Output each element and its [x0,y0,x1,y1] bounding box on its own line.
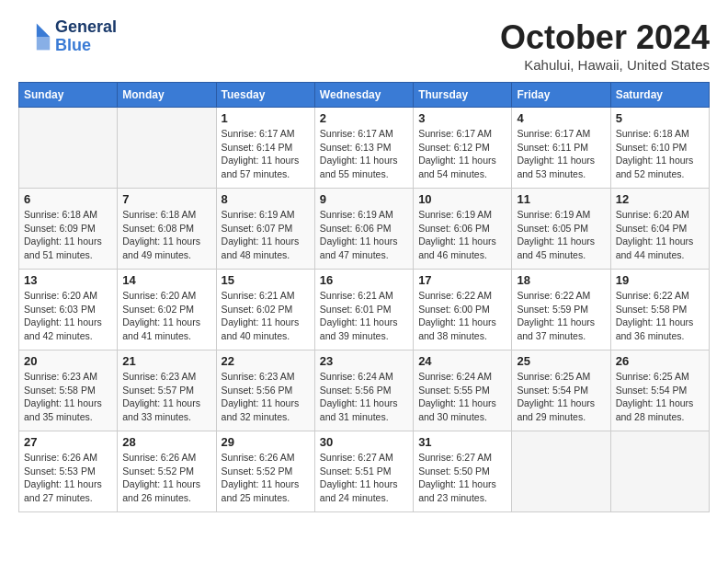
day-number: 26 [616,354,704,368]
day-number: 22 [222,354,310,368]
calendar-cell: 18Sunrise: 6:22 AM Sunset: 5:59 PM Dayli… [512,270,610,350]
day-number: 8 [222,192,310,206]
day-number: 29 [222,435,310,449]
calendar-cell: 24Sunrise: 6:24 AM Sunset: 5:55 PM Dayli… [414,350,512,431]
calendar-cell: 3Sunrise: 6:17 AM Sunset: 6:12 PM Daylig… [414,108,512,189]
day-number: 9 [320,192,408,206]
day-number: 5 [616,111,704,125]
day-number: 10 [418,192,506,206]
cell-info: Sunrise: 6:19 AM Sunset: 6:05 PM Dayligh… [517,208,605,262]
cell-info: Sunrise: 6:21 AM Sunset: 6:01 PM Dayligh… [320,289,408,343]
cell-info: Sunrise: 6:19 AM Sunset: 6:07 PM Dayligh… [222,208,310,262]
day-number: 3 [418,111,506,125]
cell-info: Sunrise: 6:23 AM Sunset: 5:56 PM Dayligh… [222,370,310,424]
calendar-cell: 27Sunrise: 6:26 AM Sunset: 5:53 PM Dayli… [19,431,118,512]
calendar-cell: 29Sunrise: 6:26 AM Sunset: 5:52 PM Dayli… [216,431,314,512]
cell-info: Sunrise: 6:27 AM Sunset: 5:50 PM Dayligh… [418,451,506,505]
day-number: 24 [418,354,506,368]
day-number: 30 [320,435,408,449]
cell-info: Sunrise: 6:26 AM Sunset: 5:52 PM Dayligh… [222,451,310,505]
day-header-wednesday: Wednesday [314,83,413,108]
calendar-cell [19,108,118,189]
cell-info: Sunrise: 6:17 AM Sunset: 6:13 PM Dayligh… [320,127,408,181]
header: General Blue October 2024 Kahului, Hawai… [18,18,710,73]
day-number: 27 [24,435,112,449]
day-number: 13 [24,273,112,287]
calendar-cell [610,431,709,512]
header-row: SundayMondayTuesdayWednesdayThursdayFrid… [19,83,710,108]
day-number: 14 [122,273,210,287]
location-title: Kahului, Hawaii, United States [500,57,710,73]
day-number: 21 [122,354,210,368]
month-title: October 2024 [500,18,710,57]
calendar-cell: 17Sunrise: 6:22 AM Sunset: 6:00 PM Dayli… [414,270,512,350]
cell-info: Sunrise: 6:21 AM Sunset: 6:02 PM Dayligh… [222,289,310,343]
calendar-cell: 20Sunrise: 6:23 AM Sunset: 5:58 PM Dayli… [19,350,118,431]
calendar-cell: 15Sunrise: 6:21 AM Sunset: 6:02 PM Dayli… [216,270,314,350]
calendar-cell: 5Sunrise: 6:18 AM Sunset: 6:10 PM Daylig… [610,108,709,189]
day-number: 12 [616,192,704,206]
cell-info: Sunrise: 6:22 AM Sunset: 5:58 PM Dayligh… [616,289,704,343]
week-row-4: 20Sunrise: 6:23 AM Sunset: 5:58 PM Dayli… [19,350,710,431]
day-header-sunday: Sunday [19,83,118,108]
day-number: 17 [418,273,506,287]
calendar-cell: 16Sunrise: 6:21 AM Sunset: 6:01 PM Dayli… [314,270,413,350]
svg-marker-0 [37,23,50,36]
cell-info: Sunrise: 6:18 AM Sunset: 6:08 PM Dayligh… [122,208,210,262]
cell-info: Sunrise: 6:17 AM Sunset: 6:14 PM Dayligh… [222,127,310,181]
calendar-cell [512,431,610,512]
cell-info: Sunrise: 6:19 AM Sunset: 6:06 PM Dayligh… [320,208,408,262]
day-number: 25 [517,354,605,368]
svg-marker-1 [37,37,50,50]
logo-text-blue: Blue [55,37,117,55]
cell-info: Sunrise: 6:20 AM Sunset: 6:02 PM Dayligh… [122,289,210,343]
calendar-cell: 23Sunrise: 6:24 AM Sunset: 5:56 PM Dayli… [314,350,413,431]
cell-info: Sunrise: 6:18 AM Sunset: 6:10 PM Dayligh… [616,127,704,181]
cell-info: Sunrise: 6:25 AM Sunset: 5:54 PM Dayligh… [517,370,605,424]
logo-icon [18,20,51,53]
cell-info: Sunrise: 6:26 AM Sunset: 5:52 PM Dayligh… [122,451,210,505]
cell-info: Sunrise: 6:23 AM Sunset: 5:58 PM Dayligh… [24,370,112,424]
day-number: 1 [222,111,310,125]
calendar-cell: 26Sunrise: 6:25 AM Sunset: 5:54 PM Dayli… [610,350,709,431]
calendar-cell: 12Sunrise: 6:20 AM Sunset: 6:04 PM Dayli… [610,189,709,270]
day-header-monday: Monday [118,83,216,108]
day-number: 18 [517,273,605,287]
calendar-cell: 8Sunrise: 6:19 AM Sunset: 6:07 PM Daylig… [216,189,314,270]
day-number: 28 [122,435,210,449]
day-header-saturday: Saturday [610,83,709,108]
cell-info: Sunrise: 6:17 AM Sunset: 6:12 PM Dayligh… [418,127,506,181]
calendar-cell: 1Sunrise: 6:17 AM Sunset: 6:14 PM Daylig… [216,108,314,189]
day-number: 16 [320,273,408,287]
day-number: 6 [24,192,112,206]
day-number: 23 [320,354,408,368]
calendar-table: SundayMondayTuesdayWednesdayThursdayFrid… [18,82,710,512]
calendar-cell: 30Sunrise: 6:27 AM Sunset: 5:51 PM Dayli… [314,431,413,512]
calendar-cell: 7Sunrise: 6:18 AM Sunset: 6:08 PM Daylig… [118,189,216,270]
calendar-cell: 25Sunrise: 6:25 AM Sunset: 5:54 PM Dayli… [512,350,610,431]
week-row-5: 27Sunrise: 6:26 AM Sunset: 5:53 PM Dayli… [19,431,710,512]
day-header-friday: Friday [512,83,610,108]
day-number: 11 [517,192,605,206]
cell-info: Sunrise: 6:22 AM Sunset: 5:59 PM Dayligh… [517,289,605,343]
cell-info: Sunrise: 6:25 AM Sunset: 5:54 PM Dayligh… [616,370,704,424]
week-row-2: 6Sunrise: 6:18 AM Sunset: 6:09 PM Daylig… [19,189,710,270]
calendar-cell: 31Sunrise: 6:27 AM Sunset: 5:50 PM Dayli… [414,431,512,512]
calendar-cell: 9Sunrise: 6:19 AM Sunset: 6:06 PM Daylig… [314,189,413,270]
calendar-cell: 21Sunrise: 6:23 AM Sunset: 5:57 PM Dayli… [118,350,216,431]
calendar-cell: 28Sunrise: 6:26 AM Sunset: 5:52 PM Dayli… [118,431,216,512]
title-area: October 2024 Kahului, Hawaii, United Sta… [500,18,710,73]
cell-info: Sunrise: 6:18 AM Sunset: 6:09 PM Dayligh… [24,208,112,262]
cell-info: Sunrise: 6:20 AM Sunset: 6:03 PM Dayligh… [24,289,112,343]
week-row-3: 13Sunrise: 6:20 AM Sunset: 6:03 PM Dayli… [19,270,710,350]
calendar-cell [118,108,216,189]
logo: General Blue [18,18,117,55]
cell-info: Sunrise: 6:23 AM Sunset: 5:57 PM Dayligh… [122,370,210,424]
day-number: 2 [320,111,408,125]
calendar-cell: 19Sunrise: 6:22 AM Sunset: 5:58 PM Dayli… [610,270,709,350]
cell-info: Sunrise: 6:24 AM Sunset: 5:56 PM Dayligh… [320,370,408,424]
day-number: 31 [418,435,506,449]
day-number: 19 [616,273,704,287]
week-row-1: 1Sunrise: 6:17 AM Sunset: 6:14 PM Daylig… [19,108,710,189]
calendar-cell: 4Sunrise: 6:17 AM Sunset: 6:11 PM Daylig… [512,108,610,189]
